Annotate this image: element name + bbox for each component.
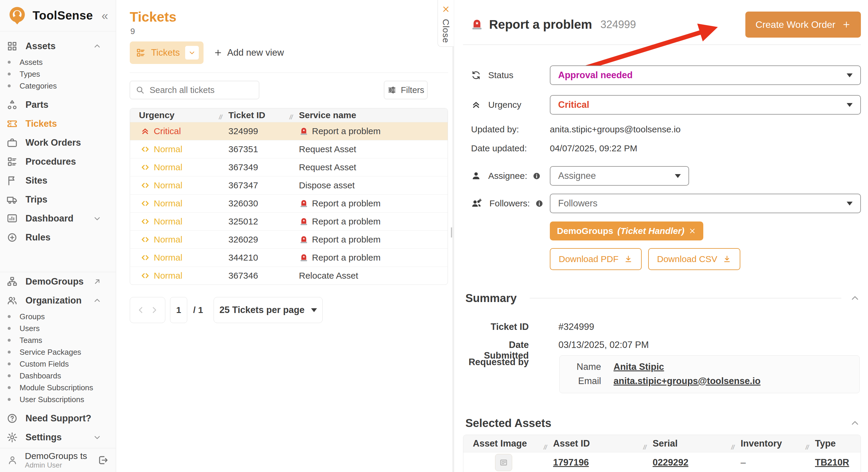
view-tab-dropdown[interactable] — [185, 46, 199, 60]
ticket-icon — [6, 118, 18, 129]
column-resize-handle[interactable]: // — [643, 444, 653, 452]
sidebar-subitem-users[interactable]: Users — [0, 322, 116, 334]
filters-button[interactable]: Filters — [384, 81, 428, 99]
column-resize-handle[interactable]: // — [731, 444, 741, 452]
chip-name: DemoGroups — [557, 226, 613, 236]
sidebar-item-demogroups[interactable]: DemoGroups — [0, 272, 116, 291]
column-header-asset-id[interactable]: Asset ID — [553, 438, 590, 449]
sidebar-subitem-user-subscriptions[interactable]: User Subscriptions — [0, 394, 116, 405]
table-row[interactable]: Normal 367351 Request Asset — [130, 140, 447, 158]
search-box[interactable] — [130, 81, 259, 99]
table-row[interactable]: Normal 367346 Relocate Asset — [130, 266, 447, 285]
download-csv-button[interactable]: Download CSV — [648, 248, 740, 270]
view-tab-tickets[interactable]: Tickets — [130, 41, 204, 64]
chevron-down-icon[interactable] — [93, 214, 102, 223]
search-input[interactable] — [150, 85, 261, 95]
sidebar-item-work-orders[interactable]: Work Orders — [0, 133, 116, 152]
close-icon[interactable] — [441, 5, 450, 13]
requester-name-link[interactable]: Anita Stipic — [614, 361, 664, 372]
column-header-ticket-id[interactable]: Ticket ID — [228, 110, 266, 120]
siren-icon — [299, 235, 309, 245]
status-select[interactable]: Approval needed — [550, 65, 861, 85]
column-header-inventory[interactable]: Inventory — [741, 438, 782, 449]
sidebar-subitem-categories[interactable]: Categories — [0, 80, 116, 92]
table-row[interactable]: Critical 324999 Report a problem — [130, 122, 447, 140]
column-header-service-name[interactable]: Service name — [299, 110, 356, 120]
table-row[interactable]: Normal 344210 Report a problem — [130, 248, 447, 266]
logout-icon[interactable] — [97, 454, 109, 466]
info-icon[interactable] — [535, 199, 543, 208]
column-resize-handle[interactable]: // — [544, 444, 553, 452]
current-user[interactable]: DemoGroups ts Admin User — [0, 448, 116, 472]
sidebar-item-label: DemoGroups — [26, 276, 84, 287]
table-row[interactable]: Normal 367347 Dispose asset — [130, 176, 447, 194]
sidebar-item-settings[interactable]: Settings — [0, 428, 116, 447]
assignee-select[interactable]: Assignee — [550, 166, 689, 186]
table-row[interactable]: Normal 326030 Report a problem — [130, 194, 447, 212]
collapse-chevron-icon[interactable] — [849, 418, 860, 429]
collapse-chevron-icon[interactable] — [849, 293, 860, 304]
sidebar-subitem-types[interactable]: Types — [0, 68, 116, 80]
followers-select[interactable]: Followers — [550, 194, 861, 213]
sidebar-subitem-teams[interactable]: Teams — [0, 334, 116, 346]
asset-image-placeholder[interactable] — [495, 454, 512, 471]
sidebar-subitem-service-packages[interactable]: Service Packages — [0, 346, 116, 358]
urgency-select[interactable]: Critical — [550, 95, 861, 115]
requester-name-row: Name Anita Stipic — [560, 360, 860, 374]
asset-row[interactable]: 1797196 0229292 – TB210R — [463, 452, 861, 472]
sidebar-subitem-module-subscriptions[interactable]: Module Subscriptions — [0, 382, 116, 394]
per-page-select[interactable]: 25 Tickets per page — [214, 297, 322, 323]
close-panel-tab[interactable]: Close — [438, 0, 454, 47]
table-row[interactable]: Normal 325012 Report a problem — [130, 212, 447, 230]
column-header-urgency[interactable]: Urgency — [139, 110, 175, 120]
column-resize-handle[interactable]: // — [805, 444, 815, 452]
ticket-id: 367347 — [228, 180, 299, 190]
asset-id-link[interactable]: 1797196 — [553, 457, 589, 468]
download-pdf-button[interactable]: Download PDF — [550, 248, 642, 270]
column-header-serial[interactable]: Serial — [653, 438, 678, 449]
requested-by-label: Requested by — [465, 357, 529, 368]
chevron-left-icon[interactable] — [136, 305, 146, 315]
sidebar-item-trips[interactable]: Trips — [0, 190, 116, 209]
tickets-count: 9 — [130, 27, 135, 36]
sidebar-subitem-groups[interactable]: Groups — [0, 311, 116, 322]
current-page[interactable]: 1 — [170, 297, 187, 323]
table-row[interactable]: Normal 367349 Request Asset — [130, 158, 447, 176]
chevron-right-icon[interactable] — [149, 305, 159, 315]
add-new-view-button[interactable]: Add new view — [214, 48, 284, 58]
info-icon[interactable] — [533, 172, 541, 180]
sidebar-collapse-icon[interactable]: « — [102, 10, 108, 22]
column-resize-handle[interactable]: // — [289, 114, 299, 122]
requester-email-link[interactable]: anita.stipic+groups@toolsense.io — [614, 376, 761, 386]
chevron-up-icon[interactable] — [93, 296, 102, 305]
sidebar-item-rules[interactable]: Rules — [0, 228, 116, 247]
sidebar-item-assets[interactable]: Assets — [0, 37, 116, 56]
sidebar-item-procedures[interactable]: Procedures — [0, 152, 116, 171]
create-work-order-button[interactable]: Create Work Order — [745, 11, 861, 38]
sidebar-item-support[interactable]: Need Support? — [0, 409, 116, 428]
sidebar-item-sites[interactable]: Sites — [0, 171, 116, 190]
column-header-type[interactable]: Type — [815, 438, 836, 449]
column-resize-handle[interactable]: // — [219, 114, 228, 122]
sidebar-item-organization[interactable]: Organization — [0, 291, 116, 310]
org-chart-icon — [6, 276, 18, 287]
asset-serial-link[interactable]: 0229292 — [653, 457, 688, 468]
asset-type-link[interactable]: TB210R — [815, 457, 849, 468]
sidebar-subitem-dashboards[interactable]: Dashboards — [0, 370, 116, 382]
column-header-asset-image[interactable]: Asset Image — [473, 438, 527, 449]
sidebar-subitem-assets[interactable]: Assets — [0, 56, 116, 68]
sidebar-item-label: Settings — [26, 432, 62, 443]
sidebar-subitem-custom-fields[interactable]: Custom Fields — [0, 358, 116, 370]
sidebar-item-dashboard[interactable]: Dashboard — [0, 209, 116, 228]
sidebar-item-parts[interactable]: Parts — [0, 95, 116, 114]
sidebar-item-tickets[interactable]: Tickets — [0, 114, 116, 133]
divider — [463, 44, 861, 45]
user-role: Admin User — [25, 461, 87, 469]
remove-follower-icon[interactable] — [688, 227, 696, 235]
download-icon — [722, 255, 732, 263]
table-row[interactable]: Normal 326029 Report a problem — [130, 230, 447, 248]
chevron-up-icon[interactable] — [93, 42, 102, 51]
download-buttons: Download PDF Download CSV — [550, 248, 740, 270]
add-view-label: Add new view — [227, 48, 284, 58]
chevron-down-icon[interactable] — [93, 433, 102, 442]
